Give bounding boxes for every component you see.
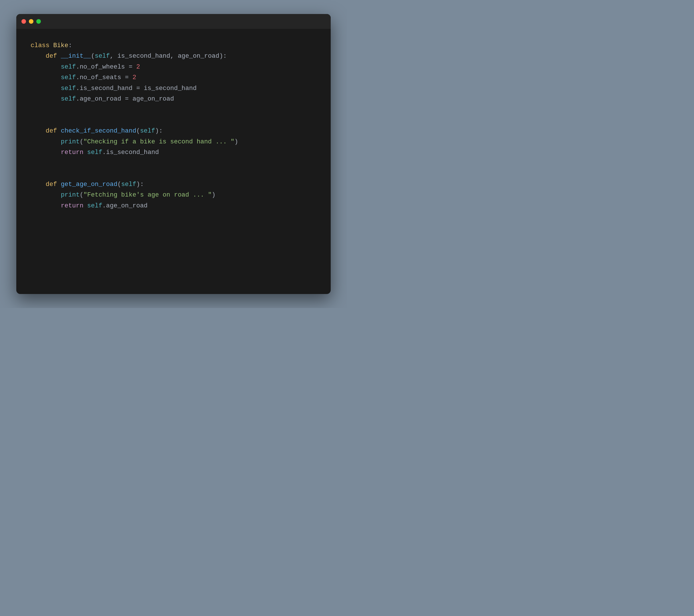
line-3: self.no_of_wheels = 2 xyxy=(31,62,316,72)
blank-1 xyxy=(31,104,316,115)
minimize-button[interactable] xyxy=(29,19,33,24)
blank-4 xyxy=(31,169,316,179)
line-4: self.no_of_seats = 2 xyxy=(31,72,316,83)
line-10: print("Checking if a bike is second hand… xyxy=(31,136,316,147)
line-11: return self.is_second_hand xyxy=(31,147,316,158)
maximize-button[interactable] xyxy=(36,19,41,24)
code-content: class Bike: def __init__(self, is_second… xyxy=(16,29,331,294)
blank-3 xyxy=(31,158,316,168)
close-button[interactable] xyxy=(21,19,26,24)
line-14: def get_age_on_road(self): xyxy=(31,179,316,190)
blank-2 xyxy=(31,115,316,126)
line-5: self.is_second_hand = is_second_hand xyxy=(31,83,316,94)
code-editor-window: class Bike: def __init__(self, is_second… xyxy=(16,14,331,294)
line-9: def check_if_second_hand(self): xyxy=(31,126,316,136)
line-2: def __init__(self, is_second_hand, age_o… xyxy=(31,51,316,61)
line-1: class Bike: xyxy=(31,40,316,51)
line-15: print("Fetching bike's age on road ... "… xyxy=(31,190,316,200)
line-16: return self.age_on_road xyxy=(31,201,316,211)
title-bar xyxy=(16,14,331,29)
line-6: self.age_on_road = age_on_road xyxy=(31,94,316,104)
